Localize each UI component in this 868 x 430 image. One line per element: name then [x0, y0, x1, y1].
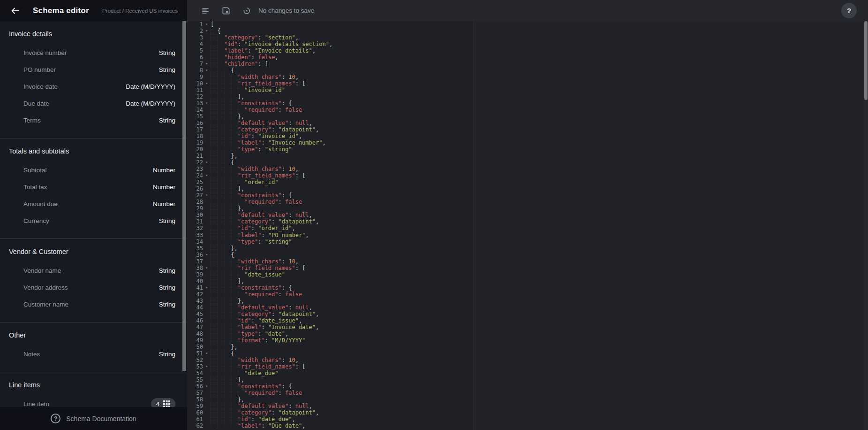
- code-line[interactable]: "category": "datapoint",: [211, 126, 864, 133]
- editor-code-area[interactable]: [ { "category": "section", "id": "invoic…: [211, 21, 864, 429]
- line-number[interactable]: 23: [187, 166, 203, 172]
- line-number[interactable]: 29: [187, 205, 203, 212]
- code-line[interactable]: "category": "datapoint",: [211, 218, 864, 225]
- line-number[interactable]: 59: [187, 403, 203, 409]
- line-number[interactable]: 27: [187, 192, 203, 199]
- line-number[interactable]: 8: [187, 67, 203, 74]
- code-line[interactable]: "category": "section",: [211, 34, 864, 41]
- editor-scrollbar-track[interactable]: [864, 21, 868, 430]
- format-align-left-icon[interactable]: [201, 6, 210, 15]
- code-line[interactable]: "category": "datapoint",: [211, 409, 864, 416]
- code-line[interactable]: "format": "M/D/YYYY": [211, 337, 864, 344]
- code-line[interactable]: },: [211, 396, 864, 403]
- code-line[interactable]: "rir_field_names": [: [211, 265, 864, 271]
- schema-documentation-link[interactable]: ? Schema Documentation: [0, 407, 187, 430]
- schema-field-row[interactable]: Invoice numberString: [0, 44, 187, 61]
- sidebar-scrollbar[interactable]: [182, 21, 186, 371]
- code-line[interactable]: "date_issue": [211, 271, 864, 278]
- code-line[interactable]: {: [211, 252, 864, 258]
- code-line[interactable]: {: [211, 67, 864, 74]
- schema-field-row[interactable]: Vendor addressString: [0, 279, 187, 296]
- schema-field-row[interactable]: Customer nameString: [0, 296, 187, 313]
- code-line[interactable]: [: [211, 21, 864, 28]
- line-number[interactable]: 49: [187, 337, 203, 344]
- line-number[interactable]: 61: [187, 416, 203, 422]
- code-line[interactable]: "default_value": null,: [211, 304, 864, 311]
- code-line[interactable]: },: [211, 298, 864, 304]
- code-fold-toggle-icon[interactable]: ▾: [203, 192, 211, 199]
- code-line[interactable]: },: [211, 113, 864, 120]
- line-number[interactable]: 30: [187, 212, 203, 218]
- schema-field-row[interactable]: TermsString: [0, 112, 187, 129]
- code-line[interactable]: "constraints": {: [211, 192, 864, 199]
- code-line[interactable]: "constraints": {: [211, 100, 864, 107]
- code-line[interactable]: "constraints": {: [211, 284, 864, 291]
- code-line[interactable]: },: [211, 245, 864, 252]
- schema-field-row[interactable]: Amount dueNumber: [0, 195, 187, 212]
- code-fold-toggle-icon[interactable]: ▾: [203, 363, 211, 370]
- line-number[interactable]: 53: [187, 363, 203, 370]
- line-number[interactable]: 22: [187, 159, 203, 166]
- code-line[interactable]: ],: [211, 185, 864, 192]
- code-line[interactable]: ],: [211, 278, 864, 284]
- code-line[interactable]: ],: [211, 93, 864, 100]
- code-line[interactable]: "label": "Invoice details",: [211, 47, 864, 54]
- schema-field-row[interactable]: Invoice dateDate (M/D/YYYY): [0, 78, 187, 95]
- line-number[interactable]: 21: [187, 153, 203, 159]
- schema-field-row[interactable]: Total taxNumber: [0, 178, 187, 195]
- line-number[interactable]: 31: [187, 218, 203, 225]
- code-line[interactable]: "default_value": null,: [211, 120, 864, 126]
- line-number[interactable]: 19: [187, 139, 203, 146]
- help-button[interactable]: ?: [841, 3, 857, 18]
- code-line[interactable]: {: [211, 28, 864, 34]
- code-line[interactable]: "id": "date_due",: [211, 416, 864, 422]
- schema-field-row[interactable]: Vendor nameString: [0, 262, 187, 279]
- code-line[interactable]: "width_chars": 10,: [211, 357, 864, 363]
- line-number[interactable]: 26: [187, 185, 203, 192]
- line-number[interactable]: 39: [187, 271, 203, 278]
- code-line[interactable]: "default_value": null,: [211, 212, 864, 218]
- schema-field-row[interactable]: NotesString: [0, 346, 187, 362]
- code-fold-toggle-icon[interactable]: ▾: [203, 172, 211, 179]
- line-number[interactable]: 48: [187, 330, 203, 337]
- code-line[interactable]: "label": "PO number",: [211, 232, 864, 238]
- line-number[interactable]: 47: [187, 324, 203, 330]
- line-number[interactable]: 1: [187, 21, 203, 28]
- code-fold-toggle-icon[interactable]: ▾: [203, 100, 211, 107]
- code-line[interactable]: "width_chars": 10,: [211, 258, 864, 265]
- code-fold-toggle-icon[interactable]: ▾: [203, 28, 211, 34]
- code-line[interactable]: {: [211, 350, 864, 357]
- line-number[interactable]: 62: [187, 422, 203, 429]
- line-number[interactable]: 35: [187, 245, 203, 252]
- line-number[interactable]: 57: [187, 390, 203, 396]
- code-line[interactable]: "type": "string": [211, 238, 864, 245]
- code-line[interactable]: "required": false: [211, 199, 864, 205]
- history-restore-icon[interactable]: [242, 6, 251, 15]
- code-fold-toggle-icon[interactable]: ▾: [203, 21, 211, 28]
- json-code-editor[interactable]: 1▾2▾34567▾8▾910▾111213▾14151617181920212…: [187, 21, 868, 430]
- code-line[interactable]: "label": "Due date",: [211, 422, 864, 429]
- code-line[interactable]: "type": "string": [211, 146, 864, 153]
- line-number[interactable]: 10: [187, 80, 203, 87]
- line-number[interactable]: 12: [187, 93, 203, 100]
- code-line[interactable]: {: [211, 159, 864, 166]
- schema-field-row[interactable]: SubtotalNumber: [0, 161, 187, 178]
- code-line[interactable]: "id": "invoice_id",: [211, 133, 864, 139]
- line-number[interactable]: 45: [187, 311, 203, 317]
- code-line[interactable]: "type": "date",: [211, 330, 864, 337]
- code-line[interactable]: "invoice_id": [211, 87, 864, 93]
- line-number[interactable]: 2: [187, 28, 203, 34]
- line-number[interactable]: 9: [187, 74, 203, 80]
- line-number[interactable]: 33: [187, 232, 203, 238]
- line-number[interactable]: 51: [187, 350, 203, 357]
- code-line[interactable]: "label": "Invoice date",: [211, 324, 864, 330]
- code-line[interactable]: "date_due": [211, 370, 864, 376]
- code-line[interactable]: ],: [211, 376, 864, 383]
- line-number[interactable]: 52: [187, 357, 203, 363]
- line-number[interactable]: 17: [187, 126, 203, 133]
- code-fold-toggle-icon[interactable]: ▾: [203, 350, 211, 357]
- code-line[interactable]: "constraints": {: [211, 383, 864, 390]
- code-fold-toggle-icon[interactable]: ▾: [203, 265, 211, 271]
- line-number[interactable]: 43: [187, 298, 203, 304]
- line-number[interactable]: 14: [187, 107, 203, 113]
